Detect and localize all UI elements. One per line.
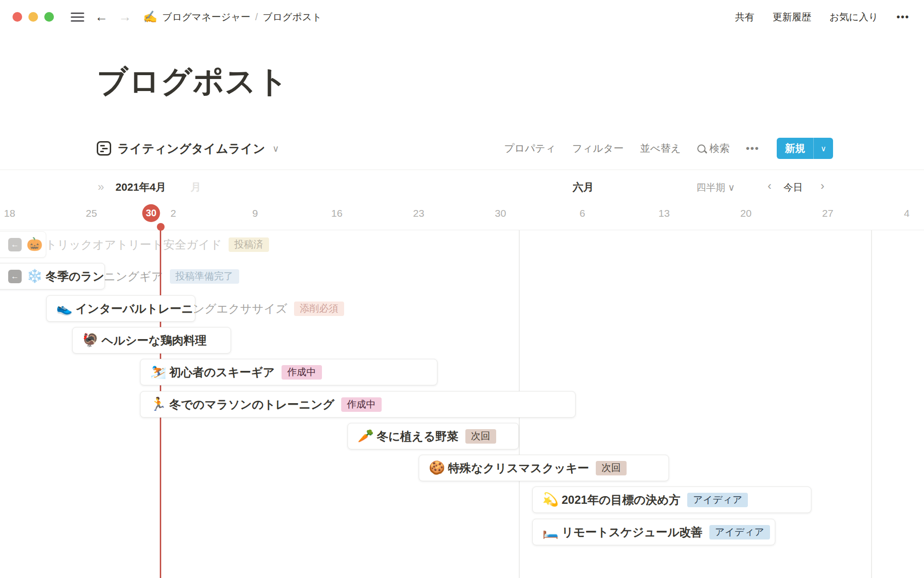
today-date-marker: 30 <box>142 204 160 222</box>
item-title: 冬でのマラソンのトレーニング <box>169 397 334 412</box>
scroll-to-item-button[interactable]: ← <box>8 238 22 251</box>
item-title: 特殊なクリスマスクッキー <box>448 460 589 476</box>
new-button-chevron-icon[interactable]: ∨ <box>813 138 833 159</box>
view-name: ライティングタイムライン <box>117 141 265 157</box>
item-title: ヘルシーな鶏肉料理 <box>102 333 206 348</box>
favorite-button[interactable]: お気に入り <box>830 11 878 24</box>
date-tick-label: 23 <box>413 208 424 219</box>
forward-icon[interactable]: → <box>118 11 131 24</box>
date-tick-label: 9 <box>252 208 258 219</box>
item-title: 初心者のスキーギア <box>169 365 275 380</box>
date-tick-label: 2 <box>170 208 176 219</box>
dizzy-emoji: 💫 <box>542 493 557 506</box>
breadcrumb: ブログマネージャー/ブログポスト <box>162 11 322 24</box>
status-badge: アイディア <box>709 525 770 539</box>
timeline-item-card[interactable]: 🥕冬に植える野菜次回 <box>347 423 519 449</box>
date-tick-label: 13 <box>658 208 669 219</box>
runner-emoji: 🏃 <box>150 398 165 411</box>
running-shoe-emoji: 👟 <box>56 302 71 315</box>
item-title: トリックオアトリート安全ガイド <box>46 237 46 252</box>
timeline-item-card[interactable]: 🏃冬でのマラソンのトレーニング作成中 <box>140 391 576 418</box>
new-button[interactable]: 新規 ∨ <box>777 138 833 159</box>
month-label-june: 六月 <box>573 180 594 195</box>
timeline-item-card[interactable]: 🦃ヘルシーな鶏肉料理 <box>72 327 231 354</box>
filter-button[interactable]: フィルター <box>572 142 624 155</box>
item-title: リモートスケジュール改善 <box>562 525 703 540</box>
new-button-label[interactable]: 新規 <box>777 138 813 159</box>
zoom-level-select[interactable]: 四半期 ∨ <box>696 181 735 194</box>
status-badge: 添削必須 <box>294 302 344 316</box>
skier-emoji: ⛷️ <box>150 366 165 379</box>
ghost-month-glyph: 月 <box>191 180 201 195</box>
status-badge: 次回 <box>596 461 627 475</box>
date-tick-label: 20 <box>740 208 751 219</box>
breadcrumb-current[interactable]: ブログポスト <box>263 12 322 22</box>
sidebar-menu-icon[interactable] <box>71 13 84 22</box>
cookie-emoji: 🍪 <box>429 461 443 474</box>
today-line-dot <box>157 223 165 231</box>
date-tick-label: 4 <box>904 208 910 219</box>
timeline-range-label[interactable]: 2021年4月 <box>116 180 166 195</box>
status-badge: アイディア <box>687 493 748 507</box>
item-title: インターバルトレーニングエクササイズ <box>76 301 195 316</box>
toolbar-divider <box>0 170 924 170</box>
breadcrumb-separator: / <box>255 12 258 22</box>
properties-button[interactable]: プロパティ <box>504 142 556 155</box>
date-tick-label: 27 <box>822 208 833 219</box>
item-title: 2021年の目標の決め方 <box>562 492 680 508</box>
timeline-item-card[interactable]: 🍪特殊なクリスマスクッキー次回 <box>419 455 669 481</box>
more-options-icon[interactable]: ••• <box>897 12 910 23</box>
page-emoji-icon: ✍️ <box>143 10 157 24</box>
timeline-item-card[interactable]: 🛏️リモートスケジュール改善アイディア <box>532 519 775 545</box>
back-icon[interactable]: ← <box>95 11 108 24</box>
date-tick-label: 25 <box>86 208 97 219</box>
snowflake-emoji: ❄️ <box>26 270 41 283</box>
date-tick-label: 30 <box>495 208 506 219</box>
window-close-button[interactable] <box>13 12 22 22</box>
item-title-overflow: トリックオアトリート安全ガイド <box>45 237 222 252</box>
month-divider-line <box>871 230 872 578</box>
turkey-emoji: 🦃 <box>82 334 97 347</box>
view-switcher[interactable]: ライティングタイムライン ∨ <box>97 141 279 157</box>
timeline-item-card[interactable]: 👟インターバルトレーニングエクササイズ <box>46 295 195 322</box>
search-button[interactable]: 検索 <box>697 142 730 155</box>
status-badge: 投稿準備完了 <box>170 269 239 284</box>
timeline-item-card[interactable]: 💫2021年の目標の決め方アイディア <box>532 486 811 513</box>
window-minimize-button[interactable] <box>28 12 38 22</box>
today-button[interactable]: 今日 <box>783 181 803 194</box>
share-button[interactable]: 共有 <box>735 11 755 24</box>
bed-emoji: 🛏️ <box>542 525 557 539</box>
date-scale: 1825302916233061320274 <box>0 204 924 223</box>
timeline-item-card[interactable]: ⛷️初心者のスキーギア作成中 <box>140 359 437 385</box>
carrot-emoji: 🥕 <box>358 430 372 443</box>
chevron-down-icon: ∨ <box>728 182 735 193</box>
fast-forward-icon[interactable]: » <box>98 180 104 194</box>
date-tick-label: 18 <box>4 208 15 219</box>
view-more-options-icon[interactable]: ••• <box>746 143 759 154</box>
date-tick-label: 6 <box>579 208 585 219</box>
timeline-item-card[interactable]: ←❄️冬季のランニングギア <box>0 263 105 289</box>
status-badge: 投稿済 <box>229 237 269 252</box>
search-icon <box>697 144 706 153</box>
date-tick-label: 16 <box>331 208 342 219</box>
updates-button[interactable]: 更新履歴 <box>773 11 811 24</box>
jack-o-lantern-emoji: 🎃 <box>26 238 41 251</box>
status-badge: 作成中 <box>282 365 322 380</box>
breadcrumb-parent[interactable]: ブログマネージャー <box>162 12 250 22</box>
timeline-item-card[interactable]: ←🎃トリックオアトリート安全ガイド <box>0 231 46 258</box>
window-titlebar: ← → ✍️ ブログマネージャー/ブログポスト 共有 更新履歴 お気に入り ••… <box>0 0 924 34</box>
timeline-body[interactable]: ←🎃トリックオアトリート安全ガイド投稿済←🎃トリックオアトリート安全ガイド←❄️… <box>0 230 924 578</box>
page-title: ブログポスト <box>97 61 289 103</box>
next-period-icon[interactable]: › <box>821 179 824 193</box>
item-title: 冬に植える野菜 <box>377 429 459 444</box>
status-badge: 次回 <box>465 429 496 444</box>
window-zoom-button[interactable] <box>44 12 54 22</box>
sort-button[interactable]: 並べ替え <box>640 142 681 155</box>
chevron-down-icon: ∨ <box>272 143 279 154</box>
scroll-to-item-button[interactable]: ← <box>8 270 22 283</box>
item-title: 冬季のランニングギア <box>46 269 105 284</box>
database-toolbar: ライティングタイムライン ∨ プロパティ フィルター 並べ替え 検索 ••• 新… <box>97 137 833 160</box>
timeline-view-icon <box>97 141 111 156</box>
prev-period-icon[interactable]: ‹ <box>768 179 771 193</box>
status-badge: 作成中 <box>341 397 382 412</box>
